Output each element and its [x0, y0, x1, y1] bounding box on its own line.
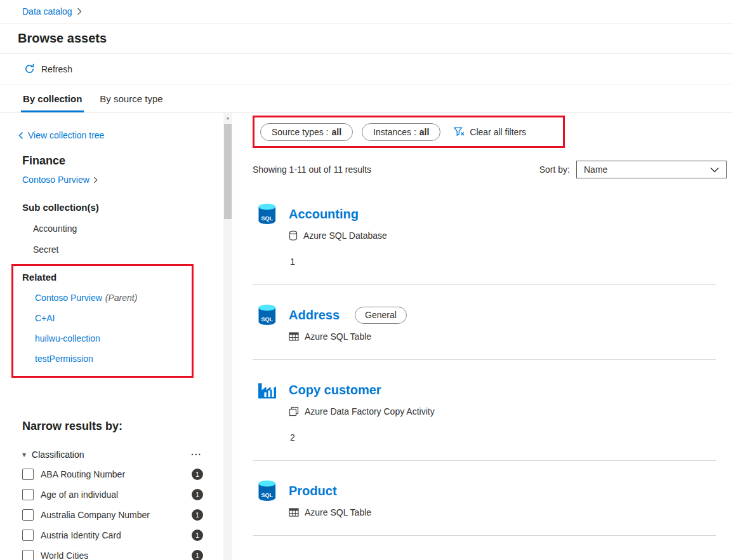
view-collection-tree-label: View collection tree: [28, 130, 104, 140]
checkbox[interactable]: [22, 469, 34, 480]
annotation-box-related: Related Contoso Purview(Parent) C+AI hui…: [11, 264, 194, 378]
clear-all-filters-label: Clear all filters: [470, 127, 526, 137]
collection-name: Finance: [22, 154, 223, 168]
source-types-value: all: [332, 127, 342, 137]
azure-sql-table-icon: SQL: [256, 480, 278, 502]
related-link-testpermission[interactable]: testPermission: [22, 354, 192, 364]
related-link-contoso-purview[interactable]: Contoso Purview(Parent): [22, 293, 192, 303]
result-item-copy-customer: Copy customer Azure Data Factory Copy Ac…: [253, 360, 716, 461]
facet-count-badge: 1: [192, 530, 203, 541]
svg-text:SQL: SQL: [261, 215, 274, 222]
narrow-results-heading: Narrow results by:: [22, 420, 223, 433]
facet-austria-identity-card[interactable]: Austria Identity Card 1: [22, 530, 203, 541]
facet-count-badge: 1: [192, 550, 203, 560]
instances-value: all: [419, 127, 430, 137]
azure-sql-table-icon: SQL: [256, 304, 278, 326]
tab-by-source-type-label: By source type: [100, 93, 162, 104]
related-link-label: C+AI: [35, 313, 55, 323]
asset-title-link[interactable]: Copy customer: [289, 383, 381, 397]
facet-count-badge: 1: [192, 489, 203, 500]
asset-title-link[interactable]: Address: [289, 308, 340, 323]
asset-title-link[interactable]: Accounting: [289, 207, 359, 222]
instances-label: Instances :: [373, 127, 416, 137]
data-factory-icon: [256, 379, 278, 401]
clear-all-filters-button[interactable]: Clear all filters: [454, 127, 526, 137]
command-bar: Refresh: [0, 54, 733, 84]
tab-by-source-type[interactable]: By source type: [91, 84, 171, 112]
table-icon: [289, 331, 299, 342]
results-summary: Showing 1-11 out of 11 results: [253, 164, 371, 175]
glossary-term-badge[interactable]: General: [355, 307, 407, 324]
breadcrumb-link-data-catalog[interactable]: Data catalog: [22, 6, 72, 17]
facet-label: ABA Routing Number: [41, 469, 192, 479]
page-title: Browse assets: [18, 31, 107, 46]
chevron-left-icon: [18, 131, 23, 140]
annotation-box-filters: Source types : all Instances : all Clear…: [253, 116, 565, 148]
facet-label: Austria Identity Card: [41, 530, 192, 540]
scrollbar-thumb[interactable]: [224, 124, 232, 219]
more-options-button[interactable]: ···: [191, 450, 202, 460]
facet-australia-company-number[interactable]: Australia Company Number 1: [22, 509, 203, 521]
copy-activity-icon: [289, 406, 299, 417]
asset-type-label: Azure SQL Database: [303, 230, 387, 241]
sort-dropdown-value: Name: [584, 164, 607, 175]
result-item-address: SQL Address General Azure SQL Table: [253, 285, 716, 360]
related-link-c-ai[interactable]: C+AI: [22, 313, 192, 323]
sort-by-label: Sort by:: [539, 164, 570, 175]
facet-aba-routing-number[interactable]: ABA Routing Number 1: [22, 469, 203, 480]
database-icon: [289, 230, 298, 241]
refresh-icon: [24, 63, 35, 74]
related-link-suffix: (Parent): [105, 293, 138, 303]
sub-collection-item-secret[interactable]: Secret: [22, 244, 223, 255]
sub-collection-item-accounting[interactable]: Accounting: [22, 223, 223, 234]
collection-parent-link[interactable]: Contoso Purview: [22, 175, 223, 185]
facet-label: World Cities: [41, 550, 192, 560]
collection-parent-link-label: Contoso Purview: [22, 175, 89, 185]
facet-label: Australia Company Number: [41, 510, 192, 520]
pivot-tabs: By collection By source type: [0, 84, 733, 113]
related-link-label: testPermission: [35, 354, 93, 364]
checkbox[interactable]: [22, 550, 34, 560]
facet-age-of-individual[interactable]: Age of an individual 1: [22, 489, 203, 500]
chevron-right-icon: [93, 177, 98, 183]
svg-text:SQL: SQL: [261, 492, 274, 498]
collection-sidebar: View collection tree Finance Contoso Pur…: [0, 113, 223, 560]
refresh-button[interactable]: Refresh: [24, 63, 72, 74]
sub-collections-heading: Sub collection(s): [22, 202, 223, 213]
facet-count-badge: 1: [192, 469, 203, 480]
results-list: SQL Accounting Azure SQL Database 1 SQL …: [253, 184, 716, 536]
result-item-product: SQL Product Azure SQL Table: [253, 461, 716, 536]
breadcrumb: Data catalog: [0, 0, 733, 23]
svg-text:SQL: SQL: [261, 316, 274, 323]
scrollbar-up-arrow[interactable]: ▲: [223, 113, 232, 123]
related-link-huilwu-collection[interactable]: huilwu-collection: [22, 333, 192, 343]
view-collection-tree-link[interactable]: View collection tree: [18, 130, 223, 140]
facet-label: Age of an individual: [41, 490, 192, 500]
asset-related-count: 2: [290, 432, 716, 443]
sidebar-scrollbar[interactable]: ▲: [223, 113, 232, 560]
sort-dropdown[interactable]: Name: [576, 161, 727, 178]
checkbox[interactable]: [22, 489, 34, 500]
tab-by-collection[interactable]: By collection: [14, 84, 91, 112]
classification-facet-header[interactable]: ▾ Classification ···: [22, 450, 202, 460]
result-item-accounting: SQL Accounting Azure SQL Database 1: [253, 184, 716, 285]
azure-sql-database-icon: SQL: [256, 203, 278, 225]
clear-filter-icon: [454, 127, 465, 137]
facet-count-badge: 1: [192, 509, 203, 521]
checkbox[interactable]: [22, 530, 34, 541]
asset-type-label: Azure SQL Table: [305, 507, 371, 517]
related-heading: Related: [22, 272, 192, 283]
asset-related-count: 1: [290, 257, 716, 267]
facet-world-cities[interactable]: World Cities 1: [22, 550, 203, 560]
checkbox[interactable]: [22, 509, 34, 521]
chevron-down-icon: ▾: [22, 450, 26, 459]
source-types-filter-pill[interactable]: Source types : all: [260, 123, 353, 141]
asset-title-link[interactable]: Product: [289, 484, 337, 498]
source-types-label: Source types :: [272, 127, 329, 137]
instances-filter-pill[interactable]: Instances : all: [362, 123, 440, 141]
table-icon: [289, 507, 299, 517]
asset-type-label: Azure Data Factory Copy Activity: [305, 406, 435, 417]
related-link-label: Contoso Purview: [35, 293, 102, 303]
chevron-down-icon: [710, 167, 719, 173]
results-header: Showing 1-11 out of 11 results Sort by: …: [253, 161, 727, 178]
